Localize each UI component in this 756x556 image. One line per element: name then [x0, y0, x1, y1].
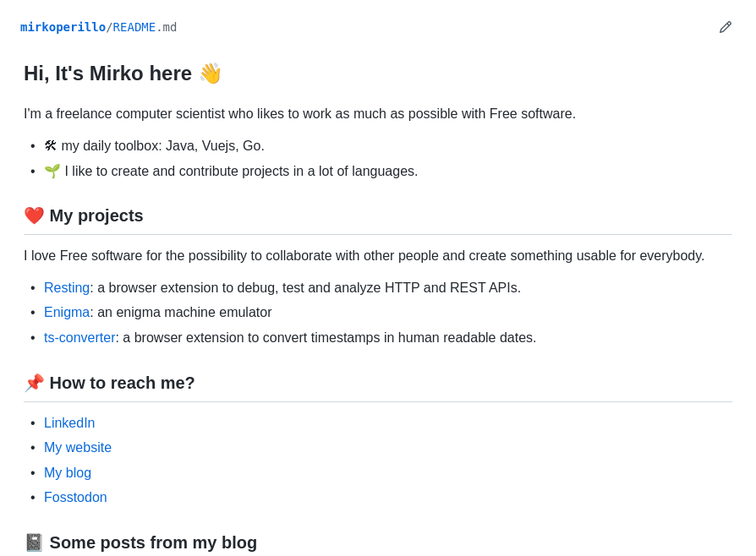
- my-website-link[interactable]: My website: [44, 440, 112, 455]
- repo-name: mirkoperillo: [20, 20, 106, 34]
- list-item: 🛠 my daily toolbox: Java, Vuejs, Go.: [24, 135, 732, 157]
- projects-heading: ❤️ My projects: [24, 202, 732, 235]
- pencil-icon: [719, 20, 732, 34]
- projects-description: I love Free software for the possibility…: [24, 245, 732, 267]
- list-item: LinkedIn: [24, 412, 732, 434]
- file-name: README: [113, 20, 156, 34]
- page-title: Hi, It's Mirko here 👋: [24, 57, 732, 90]
- enigma-link[interactable]: Enigma: [44, 305, 90, 319]
- list-item: Enigma: an enigma machine emulator: [24, 302, 732, 324]
- linkedin-link[interactable]: LinkedIn: [44, 416, 96, 430]
- list-item: My blog: [24, 462, 732, 484]
- reach-heading: 📌 How to reach me?: [24, 369, 732, 402]
- reach-list: LinkedIn My website My blog Fosstodon: [24, 412, 732, 509]
- contribute-item: 🌱 I like to create and contribute projec…: [44, 164, 418, 178]
- ts-converter-suffix: : a browser extension to convert timesta…: [115, 330, 536, 345]
- page-wrapper: mirkoperillo/README.md Hi, It's Mirko he…: [0, 0, 756, 556]
- resting-link[interactable]: Resting: [44, 281, 90, 295]
- separator: /: [106, 20, 112, 34]
- intro-list: 🛠 my daily toolbox: Java, Vuejs, Go. 🌱 I…: [24, 135, 732, 182]
- intro-paragraph: I'm a freelance computer scientist who l…: [24, 103, 732, 125]
- resting-suffix: : a browser extension to debug, test and…: [90, 281, 521, 295]
- breadcrumb-bar: mirkoperillo/README.md: [20, 17, 736, 37]
- enigma-suffix: : an enigma machine emulator: [90, 305, 271, 319]
- list-item: Fosstodon: [24, 487, 732, 509]
- list-item: 🌱 I like to create and contribute projec…: [24, 161, 732, 183]
- list-item: Resting: a browser extension to debug, t…: [24, 277, 732, 299]
- blog-emoji: 📓: [24, 533, 45, 552]
- fosstodon-link[interactable]: Fosstodon: [44, 490, 107, 504]
- ts-converter-link[interactable]: ts-converter: [44, 330, 115, 345]
- blog-heading: 📓 Some posts from my blog: [24, 529, 732, 556]
- edit-file-button[interactable]: [715, 17, 736, 37]
- file-ext: .md: [156, 20, 177, 34]
- toolbox-item: 🛠 my daily toolbox: Java, Vuejs, Go.: [44, 139, 265, 153]
- my-blog-link[interactable]: My blog: [44, 466, 91, 480]
- heart-emoji: ❤️: [24, 206, 45, 225]
- readme-content: Hi, It's Mirko here 👋 I'm a freelance co…: [20, 57, 736, 556]
- reach-emoji: 📌: [24, 373, 45, 392]
- list-item: ts-converter: a browser extension to con…: [24, 327, 732, 349]
- projects-list: Resting: a browser extension to debug, t…: [24, 277, 732, 349]
- blog-heading-text: Some posts from my blog: [50, 533, 258, 552]
- reach-heading-text: How to reach me?: [50, 373, 195, 392]
- projects-heading-text: My projects: [50, 206, 144, 225]
- list-item: My website: [24, 437, 732, 459]
- breadcrumb: mirkoperillo/README.md: [20, 18, 177, 36]
